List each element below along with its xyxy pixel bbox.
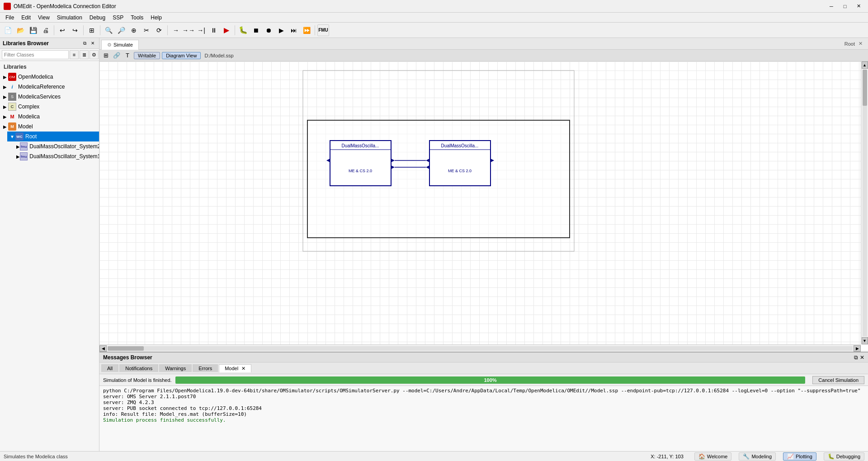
modelicaservices-label: ModelicaServices <box>18 94 61 100</box>
model-diagram-icon[interactable]: ⊞ <box>101 51 110 60</box>
redo-button[interactable]: ↪ <box>69 24 81 36</box>
msg-tab-warnings[interactable]: Warnings <box>159 364 192 372</box>
progress-bar: 100% <box>175 376 806 384</box>
messages-close-button[interactable]: ✕ <box>860 354 864 361</box>
diagram-view-button[interactable]: Diagram View <box>162 52 201 59</box>
fast-forward-button[interactable]: ⏩ <box>301 24 312 36</box>
main-layout: Libraries Browser ⧉ ✕ ≡ ≣ ⚙ Libraries ▶ … <box>0 38 868 451</box>
run-button[interactable]: ▶ <box>221 24 232 36</box>
libraries-browser-float-button[interactable]: ⧉ <box>81 40 88 47</box>
expand-all-button[interactable]: ≡ <box>70 50 79 59</box>
scroll-right-button[interactable]: ▶ <box>854 345 861 352</box>
vertical-scrollbar[interactable]: ▲ ▼ <box>861 61 868 344</box>
menu-help[interactable]: Help <box>147 14 165 22</box>
library-item-openmodelica[interactable]: ▶ OM OpenModelica <box>0 72 99 82</box>
msg-tab-all[interactable]: All <box>101 364 118 372</box>
libraries-tree: Libraries ▶ OM OpenModelica ▶ i Modelica… <box>0 61 99 451</box>
library-item-dualmassosc2[interactable]: ▶ fmu DualMassOscillator_System2 <box>14 141 99 151</box>
menu-tools[interactable]: Tools <box>127 14 147 22</box>
toggle-dualmassosc2[interactable]: ▶ <box>16 143 20 150</box>
library-item-modelica[interactable]: ▶ M Modelica <box>0 112 99 122</box>
record-button[interactable]: ⏺ <box>263 24 274 36</box>
rotate-button[interactable]: ⟳ <box>153 24 165 36</box>
new-file-button[interactable]: 📄 <box>2 24 14 36</box>
toggle-complex[interactable]: ▶ <box>2 103 8 110</box>
stop-button[interactable]: ⏹ <box>250 24 262 36</box>
library-item-complex[interactable]: ▶ C Complex <box>0 102 99 112</box>
diagram-canvas[interactable]: DualMassOscilla... ME & CS 2.0 DualMassO… <box>99 61 868 352</box>
cut-button[interactable]: ✂ <box>141 24 152 36</box>
plotting-button[interactable]: 📈 Plotting <box>783 452 816 461</box>
cancel-simulation-button[interactable]: Cancel Simulation <box>812 376 864 384</box>
pause-button[interactable]: ⏸ <box>208 24 220 36</box>
close-button[interactable]: ✕ <box>853 2 864 11</box>
continue-button[interactable]: ▶ <box>275 24 287 36</box>
menu-file[interactable]: File <box>2 14 18 22</box>
library-item-dualmassosc1[interactable]: ▶ fmu DualMassOscillator_System1 <box>14 151 99 161</box>
toggle-dualmassosc1[interactable]: ▶ <box>16 153 20 160</box>
writable-button[interactable]: Writable <box>134 52 160 59</box>
msg-tab-notifications[interactable]: Notifications <box>119 364 158 372</box>
step-out-button[interactable]: →| <box>195 24 207 36</box>
simulate-icon: ⚙ <box>107 42 112 48</box>
toggle-modelicaservices[interactable]: ▶ <box>2 94 8 100</box>
msg-tab-model[interactable]: Model ✕ <box>219 364 251 372</box>
menu-debug[interactable]: Debug <box>86 14 109 22</box>
toggle-root[interactable]: ▼ <box>9 133 15 140</box>
debugging-button[interactable]: 🐛 Debugging <box>824 452 864 461</box>
collapse-all-button[interactable]: ≣ <box>80 50 89 59</box>
library-item-modelicaservices[interactable]: ▶ S ModelicaServices <box>0 92 99 102</box>
toolbar: 📄 📂 💾 🖨 ↩ ↪ ⊞ 🔍 🔎 ⊕ ✂ ⟳ → →→ →| ⏸ ▶ 🐛 ⏹ … <box>0 23 868 38</box>
scroll-down-button[interactable]: ▼ <box>862 337 868 344</box>
scroll-up-button[interactable]: ▲ <box>862 61 868 69</box>
libraries-filter-bar: ≡ ≣ ⚙ <box>0 49 99 61</box>
vscroll-thumb[interactable] <box>863 70 867 106</box>
step-over-button[interactable]: → <box>170 24 182 36</box>
toggle-openmodelica[interactable]: ▶ <box>2 74 8 80</box>
msg-tab-model-close[interactable]: ✕ <box>241 366 245 371</box>
menu-simulation[interactable]: Simulation <box>53 14 86 22</box>
model-connect-icon[interactable]: 🔗 <box>112 51 121 60</box>
model-text-icon[interactable]: T <box>123 51 132 60</box>
toggle-model[interactable]: ▶ <box>2 123 8 130</box>
model-close-icon[interactable]: ✕ <box>859 41 863 47</box>
svg-text:DualMassOscilla...: DualMassOscilla... <box>342 143 379 148</box>
library-item-root[interactable]: ▼ WC Root <box>7 132 99 141</box>
messages-float-button[interactable]: ⧉ <box>854 354 858 361</box>
open-file-button[interactable]: 📂 <box>14 24 26 36</box>
horizontal-scrollbar[interactable]: ◀ ▶ <box>99 344 861 352</box>
scroll-left-button[interactable]: ◀ <box>99 345 107 352</box>
toolbar-separator-4 <box>167 25 168 35</box>
minimize-button[interactable]: ─ <box>826 2 837 11</box>
undo-button[interactable]: ↩ <box>57 24 68 36</box>
libraries-browser-header-buttons: ⧉ ✕ <box>81 40 96 47</box>
scroll-thumb[interactable] <box>108 346 144 351</box>
debug-button[interactable]: 🐛 <box>237 24 249 36</box>
grid-button[interactable]: ⊞ <box>86 24 98 36</box>
next-button[interactable]: ⏭ <box>288 24 300 36</box>
toggle-modelicareference[interactable]: ▶ <box>2 84 8 90</box>
zoom-fit-button[interactable]: ⊕ <box>128 24 140 36</box>
zoom-in-button[interactable]: 🔍 <box>103 24 114 36</box>
libraries-browser-close-button[interactable]: ✕ <box>89 40 96 47</box>
maximize-button[interactable]: □ <box>839 2 851 11</box>
fmu-button[interactable]: FMU <box>317 24 329 36</box>
library-item-modelicareference[interactable]: ▶ i ModelicaReference <box>0 82 99 92</box>
modeling-label: Modeling <box>751 454 772 459</box>
simulate-tab[interactable]: ⚙ Simulate <box>101 40 139 50</box>
zoom-out-button[interactable]: 🔎 <box>115 24 127 36</box>
welcome-button[interactable]: 🏠 Welcome <box>694 452 732 461</box>
debugging-label: Debugging <box>836 454 860 459</box>
menu-edit[interactable]: Edit <box>18 14 34 22</box>
save-button[interactable]: 💾 <box>27 24 39 36</box>
save-all-button[interactable]: 🖨 <box>40 24 52 36</box>
filter-classes-input[interactable] <box>2 50 69 59</box>
menu-ssp[interactable]: SSP <box>109 14 127 22</box>
filter-options-button[interactable]: ⚙ <box>90 50 99 59</box>
msg-tab-errors[interactable]: Errors <box>193 364 218 372</box>
step-into-button[interactable]: →→ <box>183 24 194 36</box>
toggle-modelica[interactable]: ▶ <box>2 113 8 120</box>
library-item-model[interactable]: ▶ M Model <box>0 122 99 132</box>
modeling-button[interactable]: 🔧 Modeling <box>739 452 776 461</box>
menu-view[interactable]: View <box>34 14 53 22</box>
